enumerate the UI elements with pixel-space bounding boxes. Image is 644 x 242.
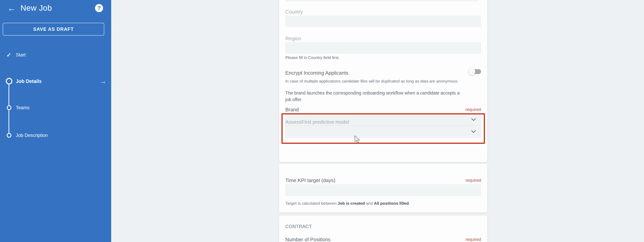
country-input[interactable] [285,16,481,27]
back-arrow-icon[interactable]: ← [7,3,16,13]
region-label: Region [285,36,301,42]
time-kpi-label: Time KPI target (days) [285,177,335,183]
region-note: Please fill in Country field first. [285,55,340,60]
save-as-draft-button[interactable]: SAVE AS DRAFT [3,23,104,36]
encrypt-applicants-label: Encrypt Incoming Applicants [285,70,348,76]
assessfirst-label: AssessFirst predictive model [285,119,349,125]
encrypt-applicants-toggle[interactable] [468,68,481,75]
step-circle-icon [7,105,12,110]
assessfirst-select[interactable] [285,126,481,138]
step-label: Start [16,52,26,58]
sidebar-step-job-details[interactable]: Job Details → [0,77,111,85]
new-job-page: ← New Job ? SAVE AS DRAFT ✓ Start Job De… [0,0,644,242]
step-circle-icon [7,133,12,138]
step-label: Job Description [16,133,48,138]
sidebar: ← New Job ? SAVE AS DRAFT ✓ Start Job De… [0,0,111,242]
positions-required-badge: required [466,237,481,242]
region-input[interactable] [285,42,481,54]
country-label: Country [285,9,303,15]
encrypt-help-text: In case of multiple applications candida… [285,79,458,84]
toggle-knob [468,68,475,75]
arrow-right-icon: → [100,78,106,85]
time-kpi-input[interactable] [285,184,481,196]
check-icon: ✓ [6,52,11,58]
step-label: Teams [16,105,30,110]
cutoff-field[interactable] [285,0,478,2]
kpi-required-badge: required [466,178,481,183]
sidebar-step-start[interactable]: ✓ Start [0,51,111,59]
help-icon[interactable]: ? [95,4,103,12]
kpi-card: Time KPI target (days) required Target i… [279,164,487,212]
contract-card: CONTRACT Number of Positions required [279,215,487,242]
sidebar-step-teams[interactable]: Teams [0,103,111,112]
contract-section-title: CONTRACT [285,224,312,229]
mouse-cursor [354,135,361,144]
chevron-down-icon [471,130,476,133]
job-details-card: Country Region Please fill in Country fi… [279,0,487,162]
page-title: New Job [20,4,52,13]
step-label: Job Details [16,79,42,84]
kpi-help-text: Target is calculated between Job is crea… [285,201,410,206]
brand-required-badge: required [466,107,481,112]
brand-label: Brand [285,107,299,113]
brand-intro-text: The brand launches the corresponding onb… [285,90,461,103]
sidebar-step-job-description[interactable]: Job Description [0,131,111,140]
assessfirst-highlight-box: AssessFirst predictive model [282,113,485,144]
step-circle-icon [6,78,12,85]
number-of-positions-label: Number of Positions [285,236,330,242]
